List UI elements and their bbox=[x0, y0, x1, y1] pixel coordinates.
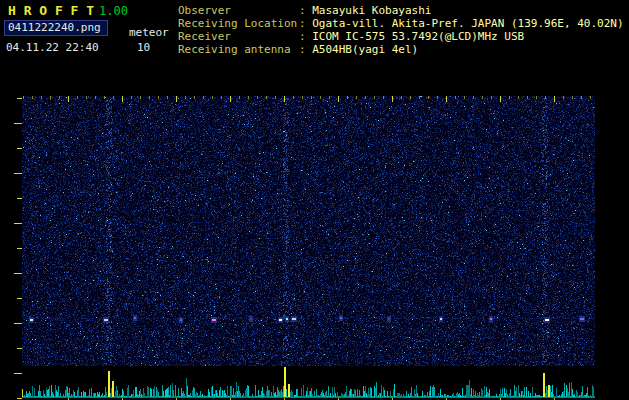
spectrogram-canvas bbox=[0, 60, 629, 400]
station-info-value: Masayuki Kobayashi bbox=[312, 4, 431, 17]
filename-box: 0411222240.png bbox=[4, 20, 108, 36]
station-info-separator: : bbox=[299, 4, 312, 17]
station-info-value: ICOM IC-575 53.7492(@LCD)MHz USB bbox=[312, 30, 524, 43]
station-info-row: Receiving Location: Ogata-vill. Akita-Pr… bbox=[178, 17, 624, 30]
station-info-label: Receiving Location bbox=[178, 17, 299, 30]
station-info-separator: : bbox=[299, 30, 312, 43]
station-info-label: Receiving antenna bbox=[178, 43, 299, 56]
datetime-label: 04.11.22 22:40 bbox=[6, 41, 99, 54]
station-info-separator: : bbox=[299, 17, 312, 30]
station-info-separator: : bbox=[299, 43, 312, 56]
station-info-value: Ogata-vill. Akita-Pref. JAPAN (139.96E, … bbox=[312, 17, 623, 30]
station-info-row: Receiving antenna: A504HB(yagi 4el) bbox=[178, 43, 624, 56]
station-info-label: Receiver bbox=[178, 30, 299, 43]
station-info-row: Observer: Masayuki Kobayashi bbox=[178, 4, 624, 17]
station-info: Observer: Masayuki KobayashiReceiving Lo… bbox=[178, 4, 624, 56]
meteor-count: 10 bbox=[137, 41, 150, 54]
mode-label: meteor bbox=[129, 26, 169, 39]
station-info-row: Receiver: ICOM IC-575 53.7492(@LCD)MHz U… bbox=[178, 30, 624, 43]
hrofft-output: H R O F F T 1.00 0411222240.png meteor 0… bbox=[0, 0, 629, 400]
app-title: H R O F F T bbox=[8, 3, 94, 18]
app-version: 1.00 bbox=[99, 4, 128, 18]
station-info-value: A504HB(yagi 4el) bbox=[312, 43, 418, 56]
station-info-label: Observer bbox=[178, 4, 299, 17]
filename-label: 0411222240.png bbox=[8, 21, 101, 34]
